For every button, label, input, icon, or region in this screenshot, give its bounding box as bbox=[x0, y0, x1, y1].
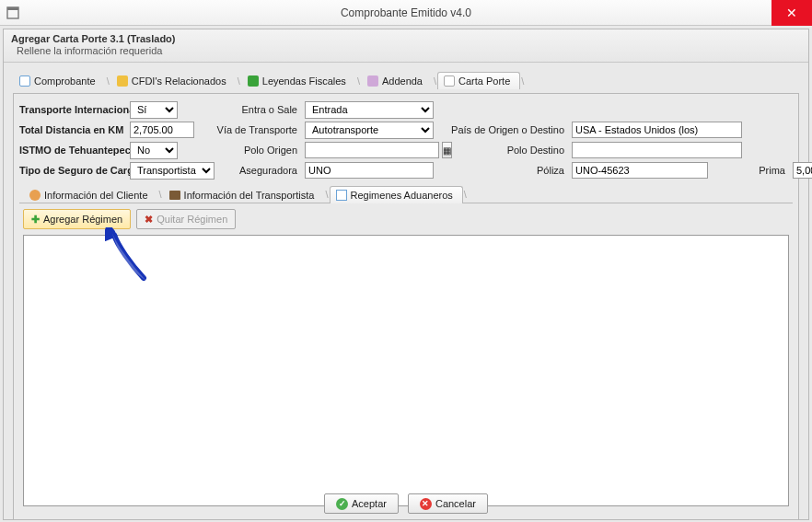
cartaporte-panel: Transporte Internacional Sí Entra o Sale… bbox=[13, 93, 799, 520]
prima-input[interactable] bbox=[793, 162, 812, 179]
cancel-button[interactable]: ✕ Cancelar bbox=[408, 493, 488, 514]
aseguradora-input[interactable] bbox=[305, 162, 434, 179]
polo-origen-input bbox=[305, 142, 439, 158]
subtab-regimenes[interactable]: Regimenes Aduaneros bbox=[330, 186, 463, 203]
polo-origen-label: Polo Origen bbox=[199, 145, 301, 156]
seguro-label: Tipo de Seguro de Carga bbox=[19, 165, 126, 176]
addenda-icon bbox=[367, 75, 378, 87]
doc-icon bbox=[336, 190, 347, 201]
tab-leyendas[interactable]: Leyendas Fiscales bbox=[241, 72, 356, 89]
poliza-input[interactable] bbox=[572, 162, 708, 179]
polo-destino-input bbox=[572, 142, 742, 158]
dialog-header: Agregar Carta Porte 3.1 (Traslado) Relle… bbox=[4, 29, 808, 63]
add-regimen-button[interactable]: ✚ Agregar Régimen bbox=[23, 209, 131, 229]
accept-button[interactable]: ✓ Aceptar bbox=[324, 493, 399, 514]
tab-addenda[interactable]: Addenda bbox=[361, 72, 433, 89]
polo-destino-label: Polo Destino bbox=[434, 145, 568, 156]
svg-rect-1 bbox=[7, 7, 18, 10]
prima-label: Prima bbox=[747, 165, 789, 176]
user-icon bbox=[29, 190, 41, 201]
tabs-main: Comprobante \ CFDI's Relacionados \ Leye… bbox=[13, 72, 799, 89]
truck-icon bbox=[169, 191, 180, 200]
titlebar: Comprobante Emitido v4.0 ✕ bbox=[0, 0, 812, 26]
transporte-select[interactable]: Sí bbox=[130, 101, 178, 119]
cancel-icon: ✕ bbox=[420, 498, 432, 510]
minus-icon: ✖ bbox=[145, 214, 153, 226]
tab-relacionados[interactable]: CFDI's Relacionados bbox=[110, 72, 237, 89]
aseguradora-label: Aseguradora bbox=[182, 165, 301, 176]
dialog-footer: ✓ Aceptar ✕ Cancelar bbox=[4, 493, 808, 514]
carta-icon bbox=[444, 75, 455, 87]
transporte-label: Transporte Internacional bbox=[19, 104, 126, 115]
istmo-select[interactable]: No bbox=[130, 142, 178, 159]
remove-regimen-button: ✖ Quitar Régimen bbox=[136, 209, 236, 229]
dialog-title: Agregar Carta Porte 3.1 (Traslado) bbox=[11, 33, 801, 44]
distancia-label: Total Distancia en KM bbox=[19, 124, 126, 135]
subtab-transportista[interactable]: Información del Transportista bbox=[163, 186, 325, 203]
entra-sale-label: Entra o Sale bbox=[199, 104, 301, 115]
regimen-toolbar: ✚ Agregar Régimen ✖ Quitar Régimen bbox=[19, 203, 793, 235]
istmo-label: ISTMO de Tehuantepec bbox=[19, 145, 126, 156]
close-icon: ✕ bbox=[786, 6, 797, 20]
app-icon bbox=[6, 6, 20, 20]
check-icon: ✓ bbox=[336, 498, 348, 510]
regimen-list[interactable] bbox=[23, 235, 789, 506]
subtabs: Información del Cliente \ Información de… bbox=[19, 186, 793, 203]
dialog-frame: Agregar Carta Porte 3.1 (Traslado) Relle… bbox=[3, 29, 809, 520]
window-title: Comprobante Emitido v4.0 bbox=[0, 6, 812, 19]
link-icon bbox=[117, 75, 128, 87]
doc-icon bbox=[19, 75, 30, 87]
distancia-input[interactable] bbox=[130, 122, 194, 138]
poliza-label: Póliza bbox=[434, 165, 568, 176]
entra-sale-select[interactable]: Entrada bbox=[305, 101, 434, 119]
pais-label: País de Origen o Destino bbox=[434, 124, 568, 135]
via-label: Vía de Transporte bbox=[199, 124, 301, 135]
close-button[interactable]: ✕ bbox=[771, 0, 812, 26]
tag-icon bbox=[248, 75, 259, 87]
subtab-cliente[interactable]: Información del Cliente bbox=[23, 186, 158, 203]
tab-comprobante[interactable]: Comprobante bbox=[13, 72, 106, 89]
via-select[interactable]: Autotransporte bbox=[305, 122, 434, 139]
tab-cartaporte[interactable]: Carta Porte bbox=[437, 72, 520, 89]
dialog-subtitle: Rellene la información requerida bbox=[11, 45, 801, 56]
pais-input[interactable] bbox=[572, 122, 742, 138]
plus-icon: ✚ bbox=[31, 214, 40, 226]
